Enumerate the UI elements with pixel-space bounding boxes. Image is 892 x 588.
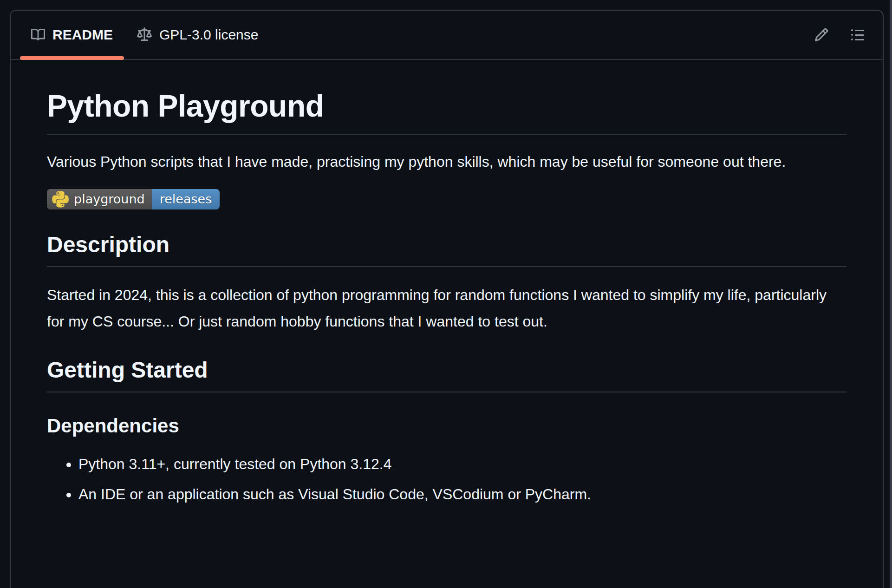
law-icon (137, 27, 152, 42)
section-heading-description: Description (47, 231, 846, 267)
description-paragraph: Started in 2024, this is a collection of… (47, 282, 846, 335)
tab-readme-label: README (52, 27, 113, 43)
readme-content: Python Playground Various Python scripts… (11, 60, 883, 558)
badge-row: playground releases (47, 189, 846, 209)
subsection-heading-dependencies: Dependencies (47, 414, 846, 438)
dependencies-list-item: An IDE or an application such as Visual … (78, 481, 846, 508)
readme-card: README GPL-3.0 license (10, 10, 884, 588)
list-unordered-icon (850, 27, 865, 42)
tab-license[interactable]: GPL-3.0 license (125, 11, 270, 59)
outline-button[interactable] (845, 22, 871, 48)
dependencies-list-item: Python 3.11+, currently tested on Python… (78, 451, 846, 477)
python-icon (52, 191, 69, 208)
tab-readme[interactable]: README (19, 11, 125, 59)
dependencies-list: Python 3.11+, currently tested on Python… (47, 451, 846, 508)
header-actions (808, 11, 871, 59)
readme-title: Python Playground (47, 87, 846, 135)
releases-badge[interactable]: playground releases (47, 189, 220, 209)
book-icon (31, 28, 45, 42)
active-tab-indicator (20, 56, 124, 60)
window-scrollbar[interactable] (890, 0, 892, 588)
badge-label-text: playground (74, 192, 145, 206)
badge-value-segment: releases (152, 189, 220, 209)
section-heading-getting-started: Getting Started (47, 356, 846, 392)
readme-header-tabbar: README GPL-3.0 license (11, 11, 883, 60)
pencil-icon (814, 27, 829, 42)
badge-value-text: releases (160, 192, 212, 206)
intro-paragraph: Various Python scripts that I have made,… (47, 149, 846, 175)
tab-license-label: GPL-3.0 license (159, 27, 258, 43)
badge-label-segment: playground (47, 189, 152, 209)
edit-readme-button[interactable] (808, 22, 834, 48)
